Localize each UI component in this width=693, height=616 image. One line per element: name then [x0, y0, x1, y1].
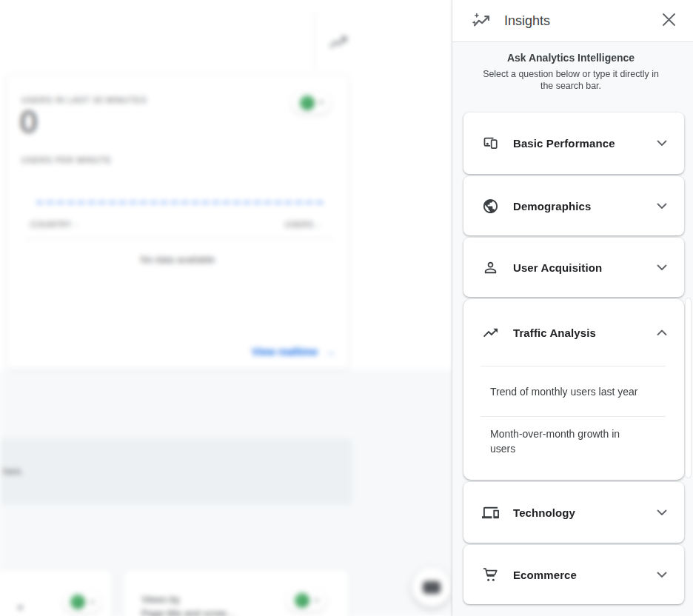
section-label: Technology — [513, 506, 575, 519]
sort-asc-icon: ↑ — [75, 221, 78, 229]
close-icon — [662, 13, 676, 29]
insights-panel: Insights Ask Analytics Intelligence Sele… — [452, 0, 693, 616]
status-green-icon — [70, 595, 85, 609]
arrow-right-icon: → — [325, 346, 335, 358]
banner-text: here. — [3, 466, 23, 477]
feedback-fab-button[interactable] — [412, 567, 452, 607]
insights-icon — [472, 11, 492, 31]
empty-state-text: No data available — [7, 254, 349, 265]
devices-icon — [482, 504, 499, 521]
section-card-traffic-analysis: Traffic Analysis Trend of monthly users … — [463, 299, 684, 480]
status-dropdown[interactable]: ▾ — [292, 91, 331, 114]
section-header-technology[interactable]: Technology — [463, 482, 684, 543]
realtime-card: USERS IN LAST 30 MINUTES ▾ 0 USERS PER M… — [6, 74, 349, 370]
status-dropdown[interactable]: ▾ — [63, 591, 101, 613]
view-realtime-link[interactable]: View realtime → — [252, 346, 335, 358]
users-last-30-label: USERS IN LAST 30 MINUTES — [21, 96, 147, 104]
section-header-basic-performance[interactable]: Basic Performance — [463, 113, 684, 174]
users-per-minute-sparkline — [36, 201, 327, 204]
status-green-icon — [295, 593, 309, 608]
info-banner: here. — [0, 438, 352, 505]
section-label: Demographics — [513, 200, 591, 212]
status-dropdown[interactable]: ▾ — [287, 589, 327, 612]
chevron-down-icon — [657, 203, 667, 210]
insights-toggle-button[interactable] — [327, 31, 351, 55]
section-divider — [314, 12, 315, 70]
section-header-ecommerce[interactable]: Ecommerce — [463, 545, 684, 604]
section-label: User Acquisition — [513, 261, 602, 274]
views-card: Views by Page title and scree… ▾ — [123, 569, 349, 616]
insight-section-list: Basic Performance Demographics — [463, 113, 684, 604]
users-per-minute-label: USERS PER MINUTE — [21, 155, 112, 164]
section-label: Ecommerce — [513, 569, 577, 581]
caret-down-icon: ▾ — [90, 599, 94, 606]
shopping-cart-icon — [482, 566, 499, 583]
panel-title: Insights — [504, 13, 550, 29]
table-header-divider — [24, 238, 334, 239]
section-header-user-acquisition[interactable]: User Acquisition — [463, 238, 684, 297]
section-card-demographics: Demographics — [463, 176, 684, 235]
chevron-down-icon — [657, 140, 667, 147]
views-card-title-line1: Views by — [141, 594, 180, 605]
trending-up-icon — [482, 324, 499, 341]
chevron-up-icon — [657, 329, 667, 336]
insights-icon — [327, 43, 349, 56]
intro-title: Ask Analytics Intelligence — [452, 52, 689, 64]
column-users-label: USERS — [285, 220, 314, 229]
section-label: Traffic Analysis — [513, 327, 596, 339]
users-value: 0 — [20, 104, 37, 140]
devices-performance-icon — [482, 135, 499, 152]
section-header-traffic-analysis[interactable]: Traffic Analysis — [463, 299, 684, 366]
intro-subtitle-line2: the search bar. — [452, 81, 689, 93]
column-country-label: COUNTRY — [30, 220, 72, 229]
status-green-icon — [300, 96, 315, 110]
chat-icon — [423, 581, 441, 594]
globe-icon — [482, 198, 499, 215]
close-button[interactable] — [659, 11, 678, 30]
column-country[interactable]: COUNTRY↑ — [30, 220, 78, 229]
chevron-down-icon — [657, 572, 667, 578]
bottom-left-card: ▾ — [0, 569, 113, 616]
question-item[interactable]: Month-over-month growth in users — [463, 417, 642, 456]
chevron-down-icon — [657, 509, 667, 516]
view-realtime-label: View realtime — [252, 346, 318, 358]
realtime-table-header: COUNTRY↑ USERS↓ — [30, 220, 321, 229]
views-card-title-line2: Page title and scree… — [141, 608, 236, 616]
section-card-user-acquisition: User Acquisition — [463, 238, 684, 297]
section-card-basic-performance: Basic Performance — [463, 113, 684, 174]
scrollbar-thumb[interactable] — [685, 298, 692, 478]
sort-desc-icon: ↓ — [317, 221, 321, 229]
intro-subtitle-line1: Select a question below or type it direc… — [452, 69, 689, 81]
legend-dot — [19, 606, 22, 609]
question-item[interactable]: Trend of monthly users last year — [463, 366, 684, 416]
chevron-down-icon — [657, 264, 667, 271]
analytics-app: USERS IN LAST 30 MINUTES ▾ 0 USERS PER M… — [0, 0, 693, 616]
insights-panel-header: Insights — [452, 0, 693, 42]
intro-block: Ask Analytics Intelligence Select a ques… — [452, 52, 689, 92]
person-icon — [482, 259, 499, 276]
section-card-ecommerce: Ecommerce — [463, 545, 684, 604]
section-card-technology: Technology — [463, 482, 684, 543]
main-page-blurred: USERS IN LAST 30 MINUTES ▾ 0 USERS PER M… — [0, 0, 459, 616]
caret-down-icon: ▾ — [320, 99, 324, 106]
section-label: Basic Performance — [513, 137, 615, 150]
caret-down-icon: ▾ — [315, 597, 318, 604]
section-header-demographics[interactable]: Demographics — [463, 176, 684, 235]
column-users[interactable]: USERS↓ — [285, 220, 321, 229]
